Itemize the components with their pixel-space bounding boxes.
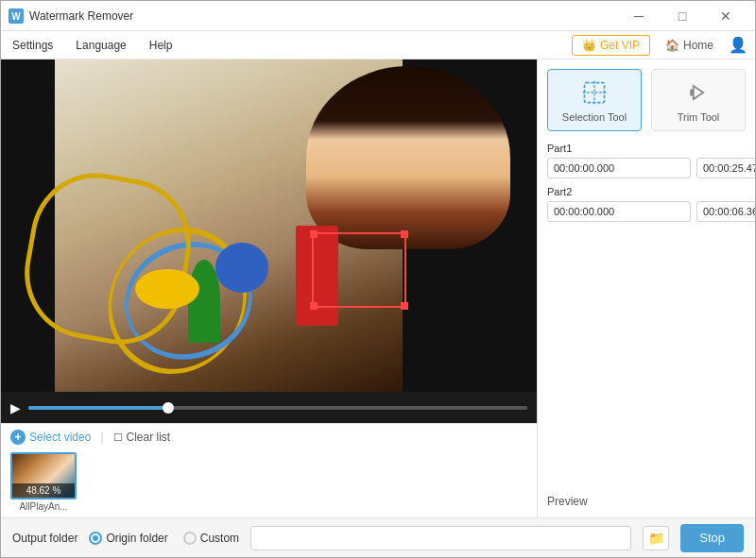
file-list-toolbar: + Select video | ☐ Clear list — [10, 430, 527, 445]
file-list-area: + Select video | ☐ Clear list 48. — [1, 423, 537, 517]
part2-row: Part2 ✕ — [547, 186, 746, 222]
video-scene — [1, 59, 537, 392]
file-items: 48.62 % AllPlayAn... — [10, 452, 527, 512]
home-label: Home — [683, 39, 713, 52]
preview-label: Preview — [547, 495, 588, 508]
list-item[interactable]: 48.62 % AllPlayAn... — [10, 452, 77, 512]
bottom-bar: Output folder Origin folder Custom 📁 Sto… — [1, 517, 755, 557]
part1-end-input[interactable] — [696, 158, 755, 178]
close-button[interactable]: ✕ — [704, 1, 747, 31]
selection-box[interactable] — [312, 232, 406, 308]
menu-settings[interactable]: Settings — [9, 35, 57, 56]
svg-text:W: W — [11, 11, 21, 22]
stop-button[interactable]: Stop — [680, 524, 744, 552]
main-content: ▶ + Select video | ☐ Clear li — [1, 59, 755, 517]
crown-icon: 👑 — [582, 39, 596, 52]
selection-tool-icon — [579, 77, 610, 108]
home-icon: 🏠 — [665, 39, 679, 52]
window-controls: ─ □ ✕ — [617, 1, 747, 31]
origin-folder-radio-label: Origin folder — [106, 532, 167, 545]
app-window: W Watermark Remover ─ □ ✕ Settings Langu… — [0, 0, 756, 558]
radio-group: Origin folder Custom — [89, 532, 239, 545]
maximize-button[interactable]: □ — [661, 1, 704, 31]
folder-icon: 📁 — [648, 531, 664, 546]
svg-marker-5 — [694, 86, 704, 99]
output-folder-label: Output folder — [12, 532, 77, 545]
window-title: Watermark Remover — [29, 9, 617, 23]
separator: | — [100, 431, 103, 444]
select-video-button[interactable]: + Select video — [10, 430, 91, 445]
trim-tool-icon — [683, 77, 713, 108]
trim-tool-button[interactable]: Trim Tool — [651, 69, 746, 131]
play-icon: ▶ — [10, 400, 21, 415]
home-button[interactable]: 🏠 Home — [665, 39, 713, 52]
trim-tool-label: Trim Tool — [678, 111, 720, 123]
checkbox-icon: ☐ — [113, 431, 123, 444]
folder-path-input[interactable] — [250, 526, 631, 550]
selection-handle-tr[interactable] — [401, 230, 408, 238]
part2-start-input[interactable] — [547, 201, 691, 222]
custom-radio-label: Custom — [200, 532, 239, 545]
progress-bar[interactable] — [28, 406, 527, 410]
custom-radio[interactable]: Custom — [183, 532, 239, 545]
part2-label: Part2 — [547, 186, 746, 197]
progress-thumb — [163, 402, 174, 414]
user-button[interactable]: 👤 — [729, 36, 747, 54]
clear-list-button[interactable]: ☐ Clear list — [113, 431, 171, 444]
origin-folder-radio-circle — [89, 532, 102, 545]
plus-icon: + — [10, 430, 26, 445]
right-panel: Selection Tool Trim Tool Part1 — [538, 59, 755, 517]
menu-bar: Settings Language Help 👑 Get VIP 🏠 Home … — [1, 31, 755, 59]
vip-button[interactable]: 👑 Get VIP — [572, 35, 650, 56]
part1-label: Part1 — [547, 143, 746, 154]
left-panel: ▶ + Select video | ☐ Clear li — [1, 59, 538, 517]
part1-row: Part1 — [547, 143, 746, 178]
file-progress-overlay: 48.62 % — [12, 483, 75, 498]
select-video-label: Select video — [29, 431, 91, 444]
part2-times: ✕ — [547, 201, 746, 222]
selection-handle-bl[interactable] — [310, 302, 318, 310]
part1-times — [547, 158, 746, 178]
menu-language[interactable]: Language — [72, 35, 129, 56]
file-thumbnail: 48.62 % — [10, 452, 77, 499]
part1-start-input[interactable] — [547, 158, 691, 178]
preview-section: Preview — [547, 495, 746, 508]
clear-list-label: Clear list — [127, 431, 171, 444]
title-bar: W Watermark Remover ─ □ ✕ — [1, 1, 755, 31]
vip-label: Get VIP — [600, 39, 640, 52]
video-area[interactable] — [1, 59, 537, 392]
minimize-button[interactable]: ─ — [617, 1, 661, 31]
svg-rect-6 — [690, 90, 694, 96]
video-controls: ▶ — [1, 392, 537, 423]
parts-section: Part1 Part2 ✕ — [547, 143, 746, 485]
file-name: AllPlayAn... — [10, 501, 77, 512]
selection-tool-button[interactable]: Selection Tool — [547, 69, 642, 131]
app-icon: W — [9, 8, 24, 24]
user-icon: 👤 — [729, 37, 747, 53]
selection-handle-br[interactable] — [401, 302, 408, 310]
file-progress-text: 48.62 % — [26, 485, 61, 496]
custom-radio-circle — [183, 532, 197, 545]
origin-folder-radio[interactable]: Origin folder — [89, 532, 167, 545]
progress-fill — [28, 406, 168, 410]
browse-folder-button[interactable]: 📁 — [643, 526, 669, 550]
menu-help[interactable]: Help — [146, 35, 177, 56]
selection-handle-tl[interactable] — [310, 230, 318, 238]
part2-end-input[interactable] — [696, 201, 755, 222]
selection-tool-label: Selection Tool — [562, 111, 627, 123]
tools-section: Selection Tool Trim Tool — [547, 69, 746, 131]
play-button[interactable]: ▶ — [10, 400, 21, 415]
